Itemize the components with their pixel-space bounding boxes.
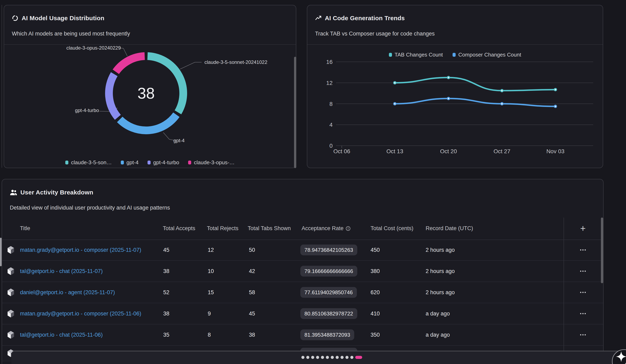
cursor-logo-icon xyxy=(7,246,15,254)
row-title-link[interactable]: tal@getport.io - chat (2025-11-07) xyxy=(20,268,103,274)
donut-icon xyxy=(12,15,18,21)
row-total-tabs-shown: 45 xyxy=(249,311,255,317)
row-total-accepts: 45 xyxy=(163,247,169,253)
panel-scrollbar-thumb[interactable] xyxy=(294,57,296,168)
col-header-total-tabs-shown: Total Tabs Shown xyxy=(248,225,291,232)
row-total-tabs-shown: 50 xyxy=(249,247,255,253)
row-actions-button[interactable] xyxy=(575,308,591,320)
table-scrollbar-thumb[interactable] xyxy=(601,217,603,283)
legend-item[interactable]: Composer Changes Count xyxy=(453,52,521,58)
row-actions-button[interactable] xyxy=(575,329,591,341)
svg-text:Oct 06: Oct 06 xyxy=(333,148,350,155)
ai-assistant-button[interactable] xyxy=(612,349,626,364)
pagination-dot[interactable] xyxy=(311,356,314,359)
legend-label: gpt-4-turbo xyxy=(153,159,179,166)
table-row: tal@getport.io - chat (2025-11-07)381042… xyxy=(2,261,603,282)
pagination-dot[interactable] xyxy=(346,356,349,359)
donut-callout-label: claude-3-5-sonnet-20241022 xyxy=(204,59,267,65)
row-total-accepts: 35 xyxy=(163,332,169,338)
row-actions-button[interactable] xyxy=(575,244,591,256)
donut-segment[interactable]: gpt-4: 11 xyxy=(120,115,176,130)
line-chart-legend: TAB Changes CountComposer Changes Count xyxy=(307,52,603,58)
pagination-dot[interactable] xyxy=(350,356,353,359)
donut-segment[interactable]: gpt-4-turbo: 8 xyxy=(109,74,118,117)
panel-title: AI Code Generation Trends xyxy=(325,15,405,22)
add-column-button[interactable]: + xyxy=(575,220,591,237)
row-record-date: a day ago xyxy=(426,311,450,317)
row-total-rejects: 9 xyxy=(208,311,211,317)
panel-subtitle: Track TAB vs Composer usage for code cha… xyxy=(315,31,435,37)
row-title-link[interactable]: matan.grady@getport.io - composer (2025-… xyxy=(20,311,141,317)
pagination-dot-active[interactable] xyxy=(355,356,362,359)
legend-label: Composer Changes Count xyxy=(458,52,521,58)
pagination-dot[interactable] xyxy=(331,356,334,359)
panel-code-trends: AI Code Generation Trends Track TAB vs C… xyxy=(307,5,603,168)
panel-subtitle: Which AI models are being used most freq… xyxy=(12,31,130,37)
svg-text:16: 16 xyxy=(326,59,333,65)
legend-item[interactable]: gpt-4-turbo xyxy=(148,159,179,166)
info-icon[interactable] xyxy=(346,226,351,231)
row-total-cost: 350 xyxy=(371,332,380,338)
ellipsis-icon xyxy=(580,334,581,335)
pagination-dot[interactable] xyxy=(301,356,305,359)
row-total-cost: 450 xyxy=(371,247,380,253)
panel-subtitle: Detailed view of individual user product… xyxy=(10,205,170,211)
legend-label: gpt-4 xyxy=(126,159,139,166)
row-total-rejects: 12 xyxy=(208,247,214,253)
row-acceptance-rate-badge: 78.94736842105263 xyxy=(300,245,357,255)
line-series xyxy=(395,99,555,107)
ellipsis-icon xyxy=(580,313,581,314)
row-total-tabs-shown: 38 xyxy=(249,332,255,338)
legend-item[interactable]: gpt-4 xyxy=(121,159,139,166)
row-total-rejects: 8 xyxy=(208,332,211,338)
dashboard: AI Model Usage Distribution Which AI mod… xyxy=(0,0,626,364)
line-chart: 1612840Oct 06Oct 13Oct 20Oct 27Nov 03 TA… xyxy=(307,45,603,168)
row-total-accepts: 52 xyxy=(163,289,169,296)
row-record-date: 2 hours ago xyxy=(426,247,455,253)
row-title-link[interactable]: matan.grady@getport.io - composer (2025-… xyxy=(20,247,141,253)
table-row: matan.grady@getport.io - composer (2025-… xyxy=(2,240,603,261)
row-acceptance-rate-badge: 80.85106382978722 xyxy=(300,308,357,319)
col-header-total-accepts: Total Accepts xyxy=(163,225,195,232)
row-actions-button[interactable] xyxy=(575,265,591,277)
panel-title: AI Model Usage Distribution xyxy=(22,15,104,22)
donut-callout-label: claude-3-opus-20240229 xyxy=(66,45,121,51)
legend-marker xyxy=(453,53,456,57)
donut-legend: claude-3-5-son…gpt-4gpt-4-turboclaude-3-… xyxy=(4,159,296,166)
pagination-dot[interactable] xyxy=(316,356,319,359)
pagination-dot[interactable] xyxy=(306,356,309,359)
pagination-dot[interactable] xyxy=(336,356,339,359)
pagination-dot[interactable] xyxy=(341,356,344,359)
donut-center-total: 38 xyxy=(126,83,166,103)
row-actions-button[interactable] xyxy=(575,286,591,298)
line-chart-plot: 1612840Oct 06Oct 13Oct 20Oct 27Nov 03 xyxy=(307,45,603,168)
offscreen-scrollbar-thumb[interactable] xyxy=(0,238,2,266)
cursor-logo-icon xyxy=(7,267,15,276)
pagination-dots xyxy=(301,356,362,359)
panel-model-usage-header: AI Model Usage Distribution Which AI mod… xyxy=(4,5,296,45)
row-total-cost: 620 xyxy=(371,289,380,296)
svg-text:Oct 27: Oct 27 xyxy=(494,148,510,155)
pagination-dot[interactable] xyxy=(321,356,324,359)
svg-text:12: 12 xyxy=(326,80,333,86)
table-header: Title Total Accepts Total Rejects Total … xyxy=(2,217,603,240)
sparkles-icon xyxy=(613,350,626,364)
panel-model-usage: AI Model Usage Distribution Which AI mod… xyxy=(4,5,296,168)
legend-item[interactable]: TAB Changes Count xyxy=(389,52,443,58)
donut-segment[interactable]: claude-3-opus-20240229: 6 xyxy=(116,56,145,72)
legend-item[interactable]: claude-3-opus-… xyxy=(188,159,235,166)
row-total-cost: 410 xyxy=(371,311,380,317)
pagination-dot[interactable] xyxy=(326,356,329,359)
row-title-link[interactable]: daniel@getport.io - agent (2025-11-07) xyxy=(20,289,115,296)
row-acceptance-rate-badge: 77.61194029850746 xyxy=(300,287,357,298)
legend-item[interactable]: claude-3-5-son… xyxy=(65,159,112,166)
row-record-date: 2 hours ago xyxy=(426,289,455,296)
svg-text:Nov 03: Nov 03 xyxy=(547,148,565,155)
legend-label: TAB Changes Count xyxy=(395,52,443,58)
legend-marker xyxy=(121,161,124,164)
col-header-record-date: Record Date (UTC) xyxy=(426,225,473,232)
row-title-link[interactable]: tal@getport.io - chat (2025-11-06) xyxy=(20,332,103,338)
donut-callout-label: gpt-4-turbo xyxy=(75,108,99,113)
cursor-logo-icon xyxy=(7,330,15,339)
legend-marker xyxy=(65,161,68,164)
